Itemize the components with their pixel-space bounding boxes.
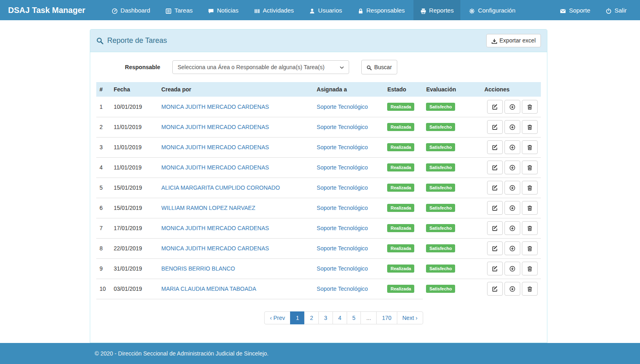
table-row: 822/01/2019MONICA JUDITH MERCADO CARDENA…: [96, 238, 541, 258]
table-row: 110/01/2019MONICA JUDITH MERCADO CARDENA…: [96, 97, 541, 117]
responsable-select[interactable]: Selecciona una Área o Responsable de alg…: [172, 60, 349, 74]
actions-cell: [481, 279, 541, 299]
edit-icon: [492, 225, 498, 231]
asignada-a-link[interactable]: Soporte Tecnológico: [317, 124, 368, 130]
column-header-evaluacion: Evaluación: [423, 82, 481, 97]
download-button[interactable]: [504, 140, 520, 154]
creada-por-link[interactable]: MONICA JUDITH MERCADO CARDENAS: [161, 144, 269, 150]
download-button[interactable]: [504, 100, 520, 114]
nav-item-soporte[interactable]: Soporte: [553, 0, 597, 20]
footer-copyright: © 2020 - Dirección Seccional de Administ…: [95, 350, 269, 357]
export-excel-button[interactable]: Exportar excel: [486, 34, 541, 47]
nav-item-reportes[interactable]: Reportes: [413, 0, 461, 20]
nav-item-actividades[interactable]: Actividades: [247, 0, 301, 20]
edit-icon: [492, 144, 498, 150]
delete-button[interactable]: [522, 161, 538, 174]
pagination-page-1[interactable]: 1: [290, 311, 305, 324]
pagination-page-170[interactable]: 170: [376, 311, 397, 324]
nav-item-label: Noticias: [217, 7, 238, 14]
download-button[interactable]: [504, 241, 520, 255]
estado-badge: Realizada: [387, 103, 414, 111]
pagination-page-4[interactable]: 4: [333, 311, 347, 324]
row-number-cell: 9: [96, 258, 110, 279]
pagination-next[interactable]: Next ›: [397, 311, 423, 324]
download-button[interactable]: [504, 201, 520, 215]
user-icon: [309, 7, 315, 13]
edit-button[interactable]: [487, 262, 503, 275]
nav-item-responsables[interactable]: Responsables: [351, 0, 412, 20]
delete-button[interactable]: [522, 221, 538, 235]
asignada-a-link[interactable]: Soporte Tecnológico: [317, 184, 368, 191]
lock-icon: [358, 7, 364, 13]
asignada-a-link[interactable]: Soporte Tecnológico: [317, 286, 368, 292]
buscar-button[interactable]: Buscar: [361, 60, 397, 74]
nav-item-dashboard[interactable]: Dashboard: [105, 0, 157, 20]
trash-icon: [527, 245, 533, 252]
delete-button[interactable]: [522, 241, 538, 255]
asignada-a-link[interactable]: Soporte Tecnológico: [317, 205, 368, 211]
pagination-page-5[interactable]: 5: [347, 311, 361, 324]
nav-item-noticias[interactable]: Noticias: [201, 0, 245, 20]
delete-button[interactable]: [522, 100, 538, 114]
delete-button[interactable]: [522, 120, 538, 134]
creada-por-link[interactable]: MONICA JUDITH MERCADO CARDENAS: [161, 245, 269, 252]
download-button[interactable]: [504, 221, 520, 235]
edit-button[interactable]: [487, 120, 503, 134]
asignada-a-link[interactable]: Soporte Tecnológico: [317, 225, 368, 231]
creada-por-link[interactable]: MONICA JUDITH MERCADO CARDENAS: [161, 225, 269, 231]
trash-icon: [527, 286, 533, 292]
edit-button[interactable]: [487, 181, 503, 195]
delete-button[interactable]: [522, 181, 538, 195]
creada-por-link[interactable]: MONICA JUDITH MERCADO CARDENAS: [161, 164, 269, 171]
nav-item-salir[interactable]: Salir: [599, 0, 634, 20]
asignada-a-link[interactable]: Soporte Tecnológico: [317, 265, 368, 272]
edit-button[interactable]: [487, 221, 503, 235]
pagination-page-2[interactable]: 2: [304, 311, 319, 324]
nav-item-label: Responsables: [367, 7, 405, 14]
row-number-cell: 8: [96, 238, 110, 258]
creada-por-link[interactable]: ALICIA MARGARITA CUMPLIDO CORONADO: [161, 184, 280, 191]
download-button[interactable]: [504, 161, 520, 174]
delete-button[interactable]: [522, 282, 538, 296]
edit-button[interactable]: [487, 100, 503, 114]
app-brand[interactable]: DSAJ Task Manager: [0, 0, 93, 20]
comment-icon: [208, 7, 214, 13]
creada-por-link[interactable]: MONICA JUDITH MERCADO CARDENAS: [161, 104, 269, 110]
delete-button[interactable]: [522, 140, 538, 154]
asignada-a-link[interactable]: Soporte Tecnológico: [317, 245, 368, 252]
bars-icon: [254, 7, 260, 13]
edit-button[interactable]: [487, 140, 503, 154]
download-button[interactable]: [504, 181, 520, 195]
creada-por-link[interactable]: MONICA JUDITH MERCADO CARDENAS: [161, 124, 269, 130]
pagination-page-3[interactable]: 3: [318, 311, 333, 324]
nav-item-usuarios[interactable]: Usuarios: [302, 0, 349, 20]
nav-right: SoporteSalir: [552, 0, 640, 20]
edit-button[interactable]: [487, 282, 503, 296]
edit-button[interactable]: [487, 201, 503, 215]
delete-button[interactable]: [522, 262, 538, 275]
download-button[interactable]: [504, 262, 520, 275]
download-button[interactable]: [504, 120, 520, 134]
asignada-a-link[interactable]: Soporte Tecnológico: [317, 144, 368, 150]
delete-button[interactable]: [522, 201, 538, 215]
fecha-cell: 15/01/2019: [110, 178, 158, 198]
nav-item-configuracion[interactable]: Configuración: [462, 0, 522, 20]
creada-por-link[interactable]: MARIA CLAUDIA MEDINA TABOADA: [161, 286, 256, 292]
nav-item-tareas[interactable]: Tareas: [159, 0, 199, 20]
creada-por-link[interactable]: BENORIS BERRIO BLANCO: [161, 265, 235, 272]
column-header-fecha: Fecha: [110, 82, 158, 97]
asignada-a-link[interactable]: Soporte Tecnológico: [317, 164, 368, 171]
fecha-cell: 11/01/2019: [110, 157, 158, 178]
pagination-prev[interactable]: ‹ Prev: [264, 311, 290, 324]
edit-icon: [492, 245, 498, 252]
edit-button[interactable]: [487, 161, 503, 174]
asignada-a-link[interactable]: Soporte Tecnológico: [317, 104, 368, 110]
evaluacion-badge: Satisfecho: [426, 285, 455, 293]
download-button[interactable]: [504, 282, 520, 296]
report-panel: Reporte de Tareas Exportar excel Respons…: [90, 29, 547, 343]
edit-button[interactable]: [487, 241, 503, 255]
evaluacion-badge: Satisfecho: [426, 103, 455, 111]
trash-icon: [527, 184, 533, 191]
column-header-acciones: Acciones: [481, 82, 541, 97]
creada-por-link[interactable]: WILLIAM RAMON LOPEZ NARVAEZ: [161, 205, 255, 211]
